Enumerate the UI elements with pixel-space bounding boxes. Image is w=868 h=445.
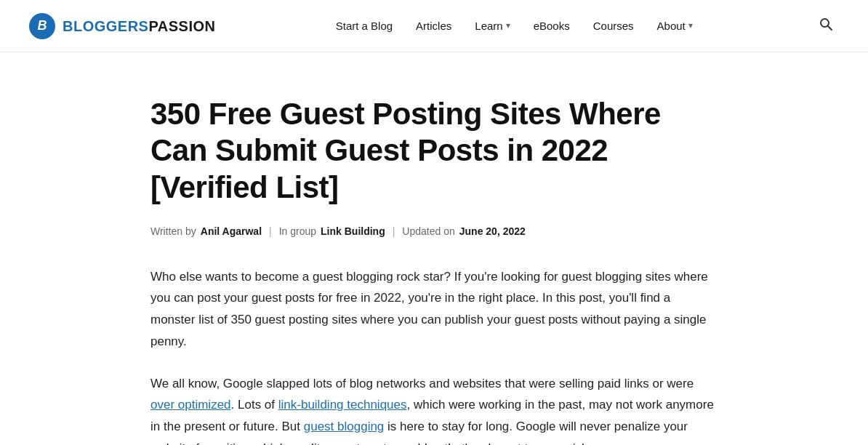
group-link[interactable]: Link Building xyxy=(321,223,385,239)
updated-on-label: Updated on xyxy=(402,223,454,239)
logo-text: BLOGGERSPASSION xyxy=(63,15,216,38)
nav-item-start-a-blog[interactable]: Start a Blog xyxy=(327,14,401,38)
over-optimized-link[interactable]: over optimized xyxy=(150,398,231,412)
nav-item-about[interactable]: About xyxy=(648,12,702,41)
guest-blogging-link[interactable]: guest blogging xyxy=(304,420,385,433)
article-body: Who else wants to become a guest bloggin… xyxy=(150,266,718,445)
logo-icon: B xyxy=(29,13,55,39)
meta-separator-2: | xyxy=(393,223,395,239)
main-nav: B BLOGGERSPASSION Start a Blog Articles … xyxy=(0,0,868,52)
nav-item-courses[interactable]: Courses xyxy=(584,14,643,38)
nav-item-ebooks[interactable]: eBooks xyxy=(525,14,579,38)
link-building-link[interactable]: link-building techniques xyxy=(278,398,407,412)
nav-links: Start a Blog Articles Learn eBooks Cours… xyxy=(327,12,702,41)
search-button[interactable] xyxy=(813,11,839,41)
paragraph-1: Who else wants to become a guest bloggin… xyxy=(150,266,718,353)
main-content: 350 Free Guest Posting Sites Where Can S… xyxy=(0,52,868,445)
paragraph-2: We all know, Google slapped lots of blog… xyxy=(150,373,718,445)
nav-item-articles[interactable]: Articles xyxy=(407,14,460,38)
nav-item-learn[interactable]: Learn xyxy=(466,12,518,41)
logo-link[interactable]: B BLOGGERSPASSION xyxy=(29,13,216,39)
svg-line-1 xyxy=(828,26,832,31)
author-name: Anil Agarwal xyxy=(201,223,262,239)
updated-date: June 20, 2022 xyxy=(459,223,526,239)
written-by-label: Written by xyxy=(150,223,196,239)
meta-separator-1: | xyxy=(269,223,272,239)
in-group-label: In group xyxy=(279,223,316,239)
article-meta: Written by Anil Agarwal | In group Link … xyxy=(150,223,718,239)
article-title: 350 Free Guest Posting Sites Where Can S… xyxy=(150,96,718,206)
